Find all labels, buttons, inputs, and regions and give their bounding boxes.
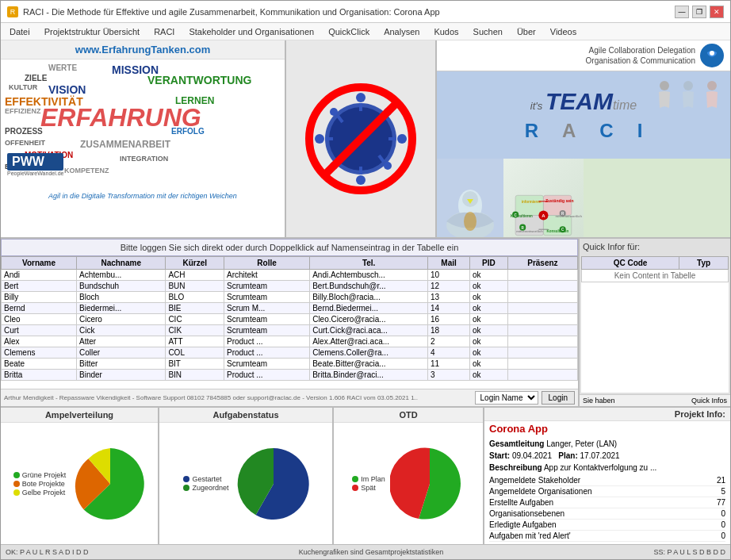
wc-kultur: KULTUR xyxy=(9,83,37,91)
stat-label: Organisationsebenen xyxy=(489,509,565,518)
svg-point-2 xyxy=(356,93,366,102)
restore-button[interactable]: ❐ xyxy=(692,6,706,18)
legend-label-zugeordnet: Zugeordnet xyxy=(192,484,228,492)
svg-point-4 xyxy=(397,134,407,144)
stat-row: Erstellte Aufgaben77 xyxy=(489,497,725,508)
table-row[interactable]: BillyBlochBLOScrumteamBilly.Bloch@racia.… xyxy=(2,292,578,303)
svg-point-28 xyxy=(464,212,476,231)
panel-raci: Agile Collaboration Delegation Organisat… xyxy=(437,40,730,237)
legend-label-gestartet: Gestartet xyxy=(192,475,221,483)
table-cell xyxy=(507,336,577,347)
table-cell: Product ... xyxy=(224,336,310,347)
col-kurzel: Kürzel xyxy=(166,257,224,270)
table-row[interactable]: BertBundschuhBUNScrumteamBert.Bundschuh@… xyxy=(2,281,578,292)
stat-value: 0 xyxy=(721,520,725,529)
table-row[interactable]: CleoCiceroCICScrumteamCleo.Cicero@racia.… xyxy=(2,314,578,325)
menu-kudos[interactable]: Kudos xyxy=(431,26,461,37)
menu-ueber[interactable]: Über xyxy=(515,26,538,37)
project-details: Gesamtleitung Langer, Peter (LAN) Start:… xyxy=(484,436,730,475)
table-cell: Bert.Bundschuh@r... xyxy=(310,281,428,292)
login-prompt: Bitte loggen Sie sich direkt oder durch … xyxy=(1,239,578,256)
login-footer: Arthur Mendigkeit - Repassware Vikendigk… xyxy=(1,389,578,406)
svg-text:Zuständig sein: Zuständig sein xyxy=(545,198,574,203)
login-select[interactable]: Login Name xyxy=(475,391,538,405)
title-bar-left: R RACI - Die Methode für Effektive und a… xyxy=(7,6,440,17)
status-center: Kuchengrafiken sind Gesamtprojektstatist… xyxy=(299,548,444,556)
quick-no-content-row: Kein Content in Tabelle xyxy=(582,270,729,282)
otd-pie-container: Im Plan Spät xyxy=(334,423,483,544)
data-table-container[interactable]: Vorname Nachname Kürzel Rolle Tel. Mail … xyxy=(1,256,578,389)
menu-analysen[interactable]: Analysen xyxy=(381,26,422,37)
legend-label-bote: Bote Projekte xyxy=(22,480,65,488)
svg-rect-29 xyxy=(515,195,543,215)
table-cell: ATT xyxy=(166,336,224,347)
svg-point-8 xyxy=(315,134,324,144)
quick-info-footer: Sie haben Quick Infos xyxy=(580,394,730,406)
legend-zugeordnet: Zugeordnet xyxy=(183,484,228,492)
table-cell: Beate.Bitter@racia... xyxy=(310,359,428,370)
bottom-section: Ampelverteilung Grüne Projekt Bote Proje… xyxy=(1,408,730,544)
table-cell: BIT xyxy=(166,359,224,370)
menu-raci[interactable]: RACI xyxy=(151,26,177,37)
menu-stakeholder[interactable]: Stakeholder und Organisationen xyxy=(186,26,316,37)
table-row[interactable]: AlexAtterATTProduct ...Alex.Atter@raci.a… xyxy=(2,336,578,347)
col-vorname: Vorname xyxy=(2,257,77,270)
wc-integration: INTEGRATION xyxy=(120,155,168,163)
panel-otd: OTD Im Plan Spät xyxy=(334,408,484,544)
table-cell xyxy=(507,314,577,325)
table-cell xyxy=(507,281,577,292)
legend-spat: Spät xyxy=(352,484,385,492)
table-cell: Product ... xyxy=(224,370,310,381)
legend-label-gelbe: Gelbe Projekt xyxy=(22,489,66,497)
svg-point-21 xyxy=(710,51,714,56)
svg-point-6 xyxy=(356,175,366,185)
menu-videos[interactable]: Videos xyxy=(548,26,579,37)
table-cell: ok xyxy=(470,370,508,381)
legend-gelbe: Gelbe Projekt xyxy=(13,489,67,497)
menu-suchen[interactable]: Suchen xyxy=(471,26,505,37)
quick-footer-right: Quick Infos xyxy=(691,397,727,405)
close-button[interactable]: ✕ xyxy=(710,6,724,18)
table-row[interactable]: CurtCickCIKScrumteamCurt.Cick@raci.aca..… xyxy=(2,325,578,336)
website-url[interactable]: www.ErfahrungTanken.com xyxy=(1,40,285,59)
table-row[interactable]: BeateBitterBITScrumteamBeate.Bitter@raci… xyxy=(2,359,578,370)
table-cell: Scrumteam xyxy=(224,281,310,292)
table-cell: Billy xyxy=(2,292,77,303)
stat-value: 0 xyxy=(721,531,725,540)
quick-table: QC Code Typ Kein Content in Tabelle xyxy=(581,256,729,282)
raci-logo-icon xyxy=(700,44,724,67)
login-button[interactable]: Login xyxy=(542,391,575,405)
table-cell: Bundschuh xyxy=(77,281,166,292)
table-row[interactable]: ClemensCollerCOLProduct ...Clemens.Colle… xyxy=(2,347,578,359)
legend-label-grune: Grüne Projekt xyxy=(22,471,67,479)
table-cell: Curt.Cick@raci.aca... xyxy=(310,325,428,336)
table-row[interactable]: BerndBiedermei...BIEScrum M...Bernd.Bied… xyxy=(2,303,578,314)
table-cell: BIE xyxy=(166,303,224,314)
stat-row: Erledigte Aufgaben0 xyxy=(489,520,725,531)
raci-team-time: it's TEAMtime R A C I xyxy=(437,71,730,159)
quick-no-content: Kein Content in Tabelle xyxy=(582,270,729,282)
menu-quickclick[interactable]: QuickClick xyxy=(326,26,372,37)
col-rolle: Rolle xyxy=(224,257,310,270)
title-bar: R RACI - Die Methode für Effektive und a… xyxy=(1,1,730,23)
table-cell: BIN xyxy=(166,370,224,381)
app-icon: R xyxy=(7,6,18,17)
project-stats: Angemeldete Stakeholder21Angemeldete Org… xyxy=(484,475,730,542)
table-cell: 16 xyxy=(428,314,470,325)
panel-quick-info: Quick Infor für: QC Code Typ Kein Conten… xyxy=(580,239,730,406)
data-table: Vorname Nachname Kürzel Rolle Tel. Mail … xyxy=(1,256,578,381)
table-cell: Architekt xyxy=(224,270,310,281)
menu-datei[interactable]: Datei xyxy=(7,26,33,37)
table-cell: 13 xyxy=(428,292,470,303)
minimize-button[interactable]: — xyxy=(675,6,689,18)
col-nachname: Nachname xyxy=(77,257,166,270)
status-right: SS: P A U L S D B D D xyxy=(653,548,725,556)
stat-row: Angemeldete Organisationen5 xyxy=(489,486,725,497)
table-row[interactable]: AndiAchtembu...ACHArchitektAndi.Achtembu… xyxy=(2,270,578,281)
menu-projektstruktur[interactable]: Projektstruktur Übersicht xyxy=(42,26,142,37)
table-row[interactable]: BrittaBinderBINProduct ...Britta.Binder@… xyxy=(2,370,578,381)
otd-legend: Im Plan Spät xyxy=(347,473,390,494)
quick-col-typ: Typ xyxy=(679,257,729,270)
table-cell: Bernd xyxy=(2,303,77,314)
legend-dot-grune xyxy=(13,472,20,478)
